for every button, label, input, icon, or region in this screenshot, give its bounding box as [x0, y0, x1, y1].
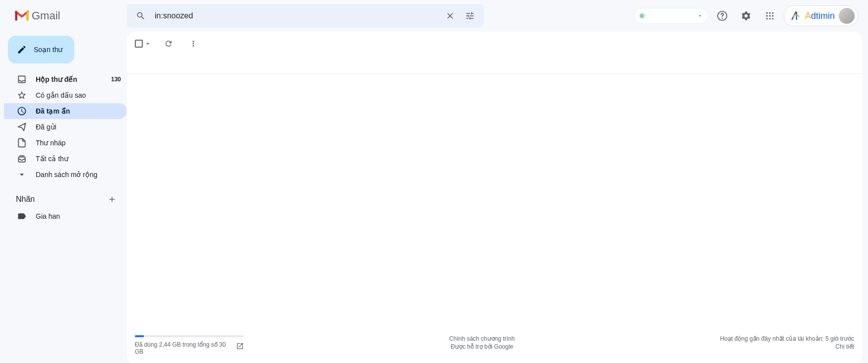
nav-label: Thư nháp [36, 139, 121, 147]
clear-search-button[interactable] [440, 6, 460, 26]
add-label-button[interactable] [105, 192, 119, 206]
svg-point-10 [772, 18, 773, 19]
plus-icon [108, 195, 116, 204]
message-list-empty [127, 74, 862, 330]
nav-label: Đã gửi [36, 123, 121, 131]
support-button[interactable] [712, 6, 732, 26]
nav-label: Có gắn dấu sao [36, 91, 121, 99]
compose-button[interactable]: Soạn thư [8, 36, 74, 63]
search-section [127, 4, 484, 28]
gmail-logo[interactable]: Gmail [14, 9, 60, 22]
toolbar [127, 32, 862, 56]
nav-label: Hộp thư đến [36, 75, 102, 83]
gear-icon [741, 10, 752, 21]
nav-label: Đã tạm ẩn [36, 107, 121, 115]
more-button[interactable] [185, 36, 201, 52]
footer-right: Hoạt động gần đây nhất của tài khoản: 5 … [720, 335, 854, 355]
label-item[interactable]: Gia han [4, 208, 127, 224]
footer: Đã dùng 2,44 GB trong tổng số 30 GB Chín… [127, 330, 862, 363]
nav-label: Tất cả thư [36, 155, 121, 163]
storage-text: Đã dùng 2,44 GB trong tổng số 30 GB [135, 341, 231, 355]
search-icon [136, 11, 146, 21]
compose-label: Soạn thư [34, 46, 62, 54]
search-input[interactable] [151, 11, 440, 20]
header-right: Adtimin [634, 5, 864, 26]
search-options-button[interactable] [460, 6, 480, 26]
checkbox-icon [135, 40, 143, 48]
header: Gmail [0, 0, 868, 32]
storage-section: Đã dùng 2,44 GB trong tổng số 30 GB [135, 335, 244, 355]
stack-icon [17, 154, 27, 164]
tune-icon [465, 11, 475, 21]
gmail-m-icon [14, 10, 30, 22]
apps-icon [765, 11, 775, 21]
more-vert-icon [189, 39, 198, 48]
refresh-icon [164, 39, 173, 48]
star-icon [17, 90, 27, 100]
labels-list: Gia han [4, 208, 127, 224]
brand-logo-icon [790, 10, 801, 21]
policy-link[interactable]: Chính sách chương trình [244, 335, 720, 342]
nav-label: Danh sách mở rộng [36, 171, 121, 179]
brand-name: Adtimin [805, 11, 835, 21]
refresh-button[interactable] [161, 36, 176, 52]
account-switcher[interactable]: Adtimin [784, 5, 858, 26]
sidebar: Soạn thư Hộp thư đến 130 Có gắn dấu sao … [0, 32, 127, 363]
status-dot-icon [639, 13, 644, 18]
svg-point-4 [772, 12, 773, 14]
search-bar [127, 4, 484, 28]
logo-section: Gmail [4, 9, 127, 22]
main: Soạn thư Hộp thư đến 130 Có gắn dấu sao … [0, 32, 868, 363]
select-all[interactable] [135, 40, 152, 48]
app-name: Gmail [32, 9, 60, 22]
labels-header: Nhãn [4, 190, 127, 208]
svg-point-6 [769, 15, 770, 16]
content-area: Đã dùng 2,44 GB trong tổng số 30 GB Chín… [127, 32, 862, 363]
storage-bar [135, 335, 244, 337]
settings-button[interactable] [736, 6, 756, 26]
svg-point-8 [766, 18, 767, 19]
labels-title: Nhãn [16, 195, 35, 204]
nav-count: 130 [111, 76, 121, 83]
sidebar-item-snoozed[interactable]: Đã tạm ẩn [4, 103, 127, 119]
pencil-icon [17, 45, 27, 55]
open-in-new-icon[interactable] [236, 342, 244, 350]
send-icon [17, 122, 27, 132]
svg-point-1 [722, 18, 723, 18]
chevron-down-icon [17, 170, 27, 180]
inbox-icon [17, 74, 27, 84]
apps-button[interactable] [760, 6, 780, 26]
sidebar-item-sent[interactable]: Đã gửi [4, 119, 127, 135]
svg-point-3 [769, 12, 770, 14]
close-icon [445, 11, 455, 21]
chevron-down-icon [144, 40, 152, 48]
details-link[interactable]: Chi tiết [720, 343, 854, 350]
svg-point-5 [766, 15, 767, 16]
sidebar-item-allmail[interactable]: Tất cả thư [4, 151, 127, 167]
svg-point-2 [766, 12, 767, 14]
avatar [839, 8, 855, 24]
activity-text: Hoạt động gần đây nhất của tài khoản: 5 … [720, 335, 854, 342]
search-button[interactable] [131, 6, 151, 26]
clock-icon [17, 106, 27, 116]
sidebar-item-more[interactable]: Danh sách mở rộng [4, 167, 127, 182]
svg-point-9 [769, 18, 770, 19]
label-icon [17, 211, 27, 221]
svg-point-7 [772, 15, 773, 16]
file-icon [17, 138, 27, 148]
nav-list: Hộp thư đến 130 Có gắn dấu sao Đã tạm ẩn… [4, 71, 127, 182]
powered-by: Được hỗ trợ bởi Google [244, 343, 720, 350]
footer-center: Chính sách chương trình Được hỗ trợ bởi … [244, 335, 720, 355]
help-icon [717, 10, 728, 21]
sidebar-item-inbox[interactable]: Hộp thư đến 130 [4, 71, 127, 87]
label-name: Gia han [36, 212, 121, 220]
sidebar-item-drafts[interactable]: Thư nháp [4, 135, 127, 151]
status-pill[interactable] [634, 8, 708, 24]
sidebar-item-starred[interactable]: Có gắn dấu sao [4, 87, 127, 103]
chevron-down-icon [697, 13, 703, 19]
